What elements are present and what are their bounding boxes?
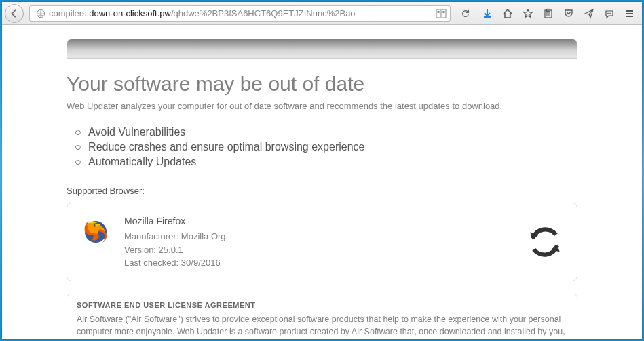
paper-plane-icon xyxy=(584,8,594,19)
send-button[interactable] xyxy=(580,4,599,23)
url-text: compilers.down-on-clicksoft.pw/qhdwe%2BP… xyxy=(46,8,435,18)
reader-mode-icon[interactable] xyxy=(435,7,447,20)
svg-point-12 xyxy=(607,12,609,14)
menu-button[interactable] xyxy=(620,4,639,23)
browser-info: Mozilla Firefox Manufacturer: Mozilla Or… xyxy=(124,214,565,270)
page-title: Your software may be out of date xyxy=(67,73,577,96)
last-checked-line: Last checked: 30/9/2016 xyxy=(124,256,565,270)
browser-toolbar: compilers.down-on-clicksoft.pw/qhdwe%2BP… xyxy=(2,2,642,25)
pocket-icon xyxy=(563,8,574,19)
svg-rect-1 xyxy=(436,9,440,18)
svg-point-13 xyxy=(609,12,610,14)
browser-name: Mozilla Firefox xyxy=(124,214,565,228)
url-bar[interactable]: compilers.down-on-clicksoft.pw/qhdwe%2BP… xyxy=(29,5,451,22)
gradient-bar xyxy=(67,39,577,59)
back-button[interactable] xyxy=(5,4,24,23)
download-button[interactable] xyxy=(478,4,497,23)
home-button[interactable] xyxy=(498,4,517,23)
eula-title: SOFTWARE END USER LICENSE AGREEMENT xyxy=(77,301,567,309)
svg-point-14 xyxy=(610,12,611,14)
manufacturer-line: Manufacturer: Mozilla Org. xyxy=(124,230,565,243)
hamburger-icon xyxy=(624,8,635,19)
download-icon xyxy=(482,8,493,19)
content-area[interactable]: Your software may be out of date Web Upd… xyxy=(2,25,642,339)
eula-box[interactable]: SOFTWARE END USER LICENSE AGREEMENT Air … xyxy=(67,294,577,340)
toolbar-buttons xyxy=(478,4,639,23)
feature-list: Avoid Vulnerabilities Reduce crashes and… xyxy=(75,125,577,169)
chat-button[interactable] xyxy=(600,4,619,23)
supported-label: Supported Browser: xyxy=(67,186,577,196)
chat-icon xyxy=(604,8,615,19)
version-line: Version: 25.0.1 xyxy=(124,243,565,257)
pocket-button[interactable] xyxy=(559,4,578,23)
feature-item: Avoid Vulnerabilities xyxy=(75,125,577,140)
browser-card: Mozilla Firefox Manufacturer: Mozilla Or… xyxy=(67,203,577,281)
page-content: Your software may be out of date Web Upd… xyxy=(2,25,642,339)
browser-window: compilers.down-on-clicksoft.pw/qhdwe%2BP… xyxy=(2,2,642,339)
library-button[interactable] xyxy=(539,4,558,23)
feature-item: Reduce crashes and ensure optimal browsi… xyxy=(75,140,577,155)
page-subtitle: Web Updater analyzes your computer for o… xyxy=(67,101,577,111)
bookmark-button[interactable] xyxy=(518,4,537,23)
svg-rect-2 xyxy=(442,9,446,18)
refresh-icon xyxy=(525,222,565,262)
star-icon xyxy=(523,8,533,19)
feature-item: Automatically Updates xyxy=(75,155,577,169)
eula-text: Air Software ("Air Software") strives to… xyxy=(77,313,567,340)
clipboard-icon xyxy=(543,8,554,19)
back-arrow-icon xyxy=(10,9,19,18)
firefox-logo-icon xyxy=(79,214,112,247)
globe-icon xyxy=(35,8,46,19)
home-icon xyxy=(502,8,513,19)
reload-button[interactable] xyxy=(457,5,474,22)
